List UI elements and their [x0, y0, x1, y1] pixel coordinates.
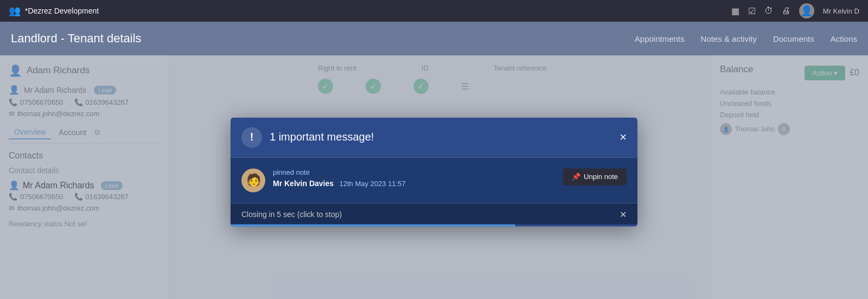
app-name: *Dezrez Development	[25, 7, 99, 15]
nav-notes-activity[interactable]: Notes & activity	[701, 34, 757, 43]
page-title: Landlord - Tenant details	[11, 31, 142, 46]
nav-appointments[interactable]: Appointments	[635, 34, 685, 43]
progress-track	[231, 224, 637, 226]
header-nav: Appointments Notes & activity Documents …	[635, 34, 857, 43]
message-type: pinned note	[273, 168, 556, 176]
unpin-button[interactable]: 📌 Unpin note	[563, 168, 627, 185]
progress-container	[231, 220, 637, 226]
page-header: Landlord - Tenant details Appointments N…	[0, 22, 868, 55]
logo-icon: 👥	[9, 5, 21, 17]
message-date: 12th May 2023 11:57	[340, 180, 406, 188]
modal-alert-icon: !	[241, 127, 262, 148]
modal-header-left: ! 1 important message!	[241, 127, 374, 148]
modal-header: ! 1 important message! ×	[231, 117, 637, 157]
stop-icon[interactable]: ✕	[620, 209, 627, 220]
table-icon[interactable]: ▦	[731, 6, 739, 16]
modal-close-button[interactable]: ×	[620, 130, 627, 144]
pin-icon: 📌	[572, 173, 580, 181]
nav-documents[interactable]: Documents	[773, 34, 814, 43]
progress-fill	[231, 224, 515, 226]
topbar: 👥 *Dezrez Development ▦ ☑ ⏱ 🖨 👤 Mr Kelvi…	[0, 0, 868, 22]
check-icon[interactable]: ☑	[748, 6, 756, 16]
message-avatar: 🧑	[241, 168, 265, 192]
username: Mr Kelvin D	[823, 7, 859, 15]
modal-footer[interactable]: Closing in 5 sec (click to stop) ✕	[231, 203, 637, 226]
message-row: 🧑 pinned note Mr Kelvin Davies 12th May …	[241, 168, 627, 192]
message-author-line: Mr Kelvin Davies 12th May 2023 11:57	[273, 179, 556, 188]
topbar-right: ▦ ☑ ⏱ 🖨 👤 Mr Kelvin D	[731, 3, 859, 18]
closing-text: Closing in 5 sec (click to stop)	[241, 210, 342, 219]
modal-title: 1 important message!	[270, 131, 374, 143]
avatar[interactable]: 👤	[799, 3, 814, 18]
app-logo-area: 👥 *Dezrez Development	[9, 5, 99, 17]
message-author: Mr Kelvin Davies	[273, 179, 334, 188]
modal-body: 🧑 pinned note Mr Kelvin Davies 12th May …	[231, 157, 637, 203]
important-message-modal: ! 1 important message! × 🧑 pinned note M…	[231, 117, 637, 226]
print-icon[interactable]: 🖨	[782, 6, 790, 16]
nav-actions[interactable]: Actions	[831, 34, 857, 43]
main-area: 👤 Adam Richards 👤 Mr Adam Richards Lead …	[0, 55, 868, 299]
message-content: pinned note Mr Kelvin Davies 12th May 20…	[273, 168, 556, 188]
clock-icon[interactable]: ⏱	[764, 6, 773, 16]
